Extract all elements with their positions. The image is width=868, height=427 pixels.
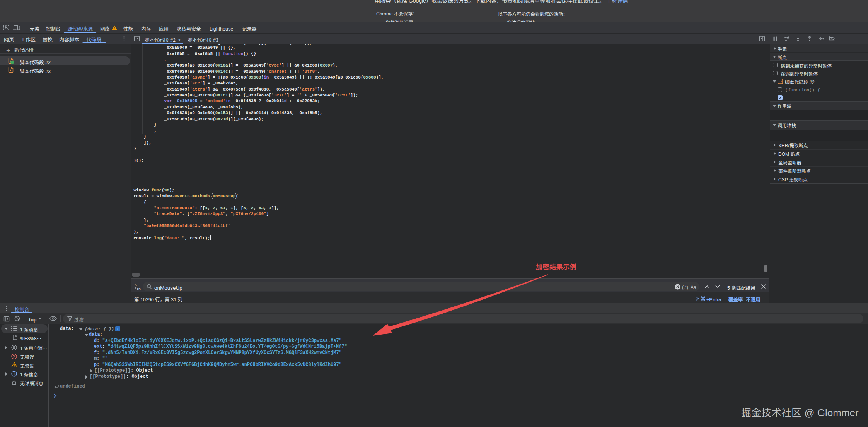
svg-text:‹›: ‹›	[778, 80, 782, 83]
svg-text:A: A	[135, 283, 137, 287]
svg-text:B: B	[138, 287, 141, 291]
